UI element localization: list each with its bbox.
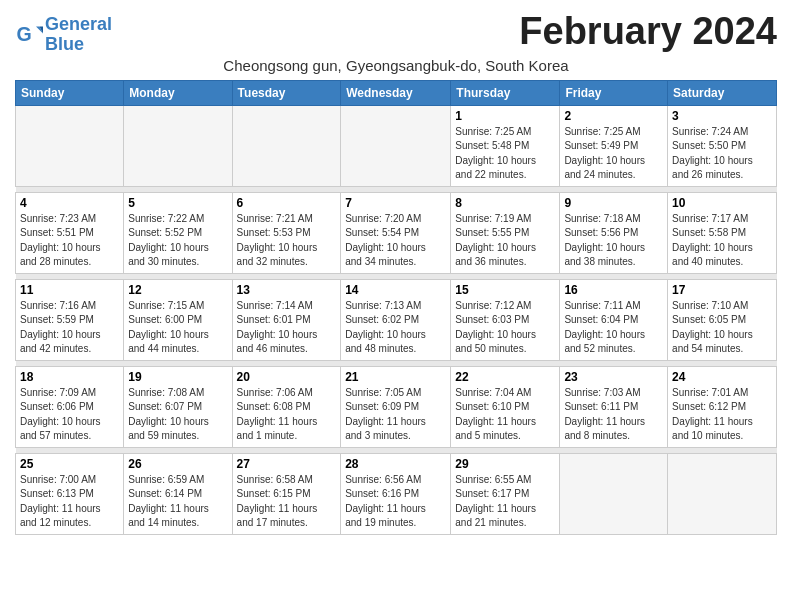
calendar-day-cell: 25Sunrise: 7:00 AM Sunset: 6:13 PM Dayli… <box>16 453 124 534</box>
day-info: Sunrise: 7:24 AM Sunset: 5:50 PM Dayligh… <box>672 125 772 183</box>
calendar-week-row: 11Sunrise: 7:16 AM Sunset: 5:59 PM Dayli… <box>16 279 777 360</box>
calendar-day-cell: 13Sunrise: 7:14 AM Sunset: 6:01 PM Dayli… <box>232 279 341 360</box>
day-info: Sunrise: 7:06 AM Sunset: 6:08 PM Dayligh… <box>237 386 337 444</box>
weekday-header-cell: Saturday <box>668 80 777 105</box>
day-number: 6 <box>237 196 337 210</box>
calendar-day-cell: 21Sunrise: 7:05 AM Sunset: 6:09 PM Dayli… <box>341 366 451 447</box>
day-info: Sunrise: 7:12 AM Sunset: 6:03 PM Dayligh… <box>455 299 555 357</box>
day-info: Sunrise: 7:16 AM Sunset: 5:59 PM Dayligh… <box>20 299 119 357</box>
day-number: 28 <box>345 457 446 471</box>
calendar-day-cell: 9Sunrise: 7:18 AM Sunset: 5:56 PM Daylig… <box>560 192 668 273</box>
calendar-table: SundayMondayTuesdayWednesdayThursdayFrid… <box>15 80 777 535</box>
calendar-day-cell: 26Sunrise: 6:59 AM Sunset: 6:14 PM Dayli… <box>124 453 232 534</box>
day-info: Sunrise: 7:25 AM Sunset: 5:48 PM Dayligh… <box>455 125 555 183</box>
day-info: Sunrise: 6:56 AM Sunset: 6:16 PM Dayligh… <box>345 473 446 531</box>
calendar-day-cell <box>668 453 777 534</box>
month-year-title: February 2024 <box>519 10 777 53</box>
calendar-day-cell <box>232 105 341 186</box>
calendar-day-cell: 15Sunrise: 7:12 AM Sunset: 6:03 PM Dayli… <box>451 279 560 360</box>
calendar-day-cell: 7Sunrise: 7:20 AM Sunset: 5:54 PM Daylig… <box>341 192 451 273</box>
day-number: 25 <box>20 457 119 471</box>
day-info: Sunrise: 7:20 AM Sunset: 5:54 PM Dayligh… <box>345 212 446 270</box>
weekday-header-cell: Monday <box>124 80 232 105</box>
day-info: Sunrise: 7:25 AM Sunset: 5:49 PM Dayligh… <box>564 125 663 183</box>
calendar-day-cell <box>341 105 451 186</box>
day-info: Sunrise: 7:23 AM Sunset: 5:51 PM Dayligh… <box>20 212 119 270</box>
calendar-day-cell: 14Sunrise: 7:13 AM Sunset: 6:02 PM Dayli… <box>341 279 451 360</box>
calendar-day-cell <box>16 105 124 186</box>
day-number: 2 <box>564 109 663 123</box>
weekday-header-cell: Wednesday <box>341 80 451 105</box>
calendar-day-cell: 18Sunrise: 7:09 AM Sunset: 6:06 PM Dayli… <box>16 366 124 447</box>
day-number: 7 <box>345 196 446 210</box>
day-info: Sunrise: 7:08 AM Sunset: 6:07 PM Dayligh… <box>128 386 227 444</box>
day-info: Sunrise: 7:05 AM Sunset: 6:09 PM Dayligh… <box>345 386 446 444</box>
calendar-day-cell: 22Sunrise: 7:04 AM Sunset: 6:10 PM Dayli… <box>451 366 560 447</box>
calendar-day-cell: 6Sunrise: 7:21 AM Sunset: 5:53 PM Daylig… <box>232 192 341 273</box>
calendar-week-row: 18Sunrise: 7:09 AM Sunset: 6:06 PM Dayli… <box>16 366 777 447</box>
calendar-body: 1Sunrise: 7:25 AM Sunset: 5:48 PM Daylig… <box>16 105 777 534</box>
day-number: 15 <box>455 283 555 297</box>
day-number: 23 <box>564 370 663 384</box>
day-number: 1 <box>455 109 555 123</box>
day-info: Sunrise: 7:04 AM Sunset: 6:10 PM Dayligh… <box>455 386 555 444</box>
day-number: 17 <box>672 283 772 297</box>
day-number: 24 <box>672 370 772 384</box>
day-number: 4 <box>20 196 119 210</box>
day-number: 8 <box>455 196 555 210</box>
calendar-day-cell: 29Sunrise: 6:55 AM Sunset: 6:17 PM Dayli… <box>451 453 560 534</box>
day-number: 18 <box>20 370 119 384</box>
calendar-day-cell: 10Sunrise: 7:17 AM Sunset: 5:58 PM Dayli… <box>668 192 777 273</box>
day-number: 29 <box>455 457 555 471</box>
weekday-header-cell: Tuesday <box>232 80 341 105</box>
day-number: 10 <box>672 196 772 210</box>
day-info: Sunrise: 7:22 AM Sunset: 5:52 PM Dayligh… <box>128 212 227 270</box>
calendar-day-cell: 19Sunrise: 7:08 AM Sunset: 6:07 PM Dayli… <box>124 366 232 447</box>
calendar-day-cell: 12Sunrise: 7:15 AM Sunset: 6:00 PM Dayli… <box>124 279 232 360</box>
calendar-day-cell: 3Sunrise: 7:24 AM Sunset: 5:50 PM Daylig… <box>668 105 777 186</box>
calendar-week-row: 4Sunrise: 7:23 AM Sunset: 5:51 PM Daylig… <box>16 192 777 273</box>
calendar-day-cell: 17Sunrise: 7:10 AM Sunset: 6:05 PM Dayli… <box>668 279 777 360</box>
calendar-day-cell: 20Sunrise: 7:06 AM Sunset: 6:08 PM Dayli… <box>232 366 341 447</box>
calendar-day-cell: 5Sunrise: 7:22 AM Sunset: 5:52 PM Daylig… <box>124 192 232 273</box>
day-info: Sunrise: 7:00 AM Sunset: 6:13 PM Dayligh… <box>20 473 119 531</box>
day-info: Sunrise: 7:21 AM Sunset: 5:53 PM Dayligh… <box>237 212 337 270</box>
calendar-day-cell: 24Sunrise: 7:01 AM Sunset: 6:12 PM Dayli… <box>668 366 777 447</box>
weekday-header-cell: Friday <box>560 80 668 105</box>
svg-text:G: G <box>16 22 31 44</box>
day-number: 3 <box>672 109 772 123</box>
weekday-header-row: SundayMondayTuesdayWednesdayThursdayFrid… <box>16 80 777 105</box>
day-number: 27 <box>237 457 337 471</box>
day-number: 9 <box>564 196 663 210</box>
calendar-day-cell: 2Sunrise: 7:25 AM Sunset: 5:49 PM Daylig… <box>560 105 668 186</box>
calendar-day-cell: 28Sunrise: 6:56 AM Sunset: 6:16 PM Dayli… <box>341 453 451 534</box>
day-number: 22 <box>455 370 555 384</box>
logo: G General Blue <box>15 15 112 55</box>
weekday-header-cell: Thursday <box>451 80 560 105</box>
day-info: Sunrise: 7:03 AM Sunset: 6:11 PM Dayligh… <box>564 386 663 444</box>
day-info: Sunrise: 7:15 AM Sunset: 6:00 PM Dayligh… <box>128 299 227 357</box>
logo-general: General <box>45 14 112 34</box>
calendar-day-cell: 1Sunrise: 7:25 AM Sunset: 5:48 PM Daylig… <box>451 105 560 186</box>
day-number: 11 <box>20 283 119 297</box>
day-number: 16 <box>564 283 663 297</box>
weekday-header-cell: Sunday <box>16 80 124 105</box>
calendar-week-row: 1Sunrise: 7:25 AM Sunset: 5:48 PM Daylig… <box>16 105 777 186</box>
calendar-day-cell: 11Sunrise: 7:16 AM Sunset: 5:59 PM Dayli… <box>16 279 124 360</box>
day-info: Sunrise: 7:17 AM Sunset: 5:58 PM Dayligh… <box>672 212 772 270</box>
day-number: 12 <box>128 283 227 297</box>
logo-icon: G <box>15 21 43 49</box>
day-info: Sunrise: 7:01 AM Sunset: 6:12 PM Dayligh… <box>672 386 772 444</box>
day-number: 26 <box>128 457 227 471</box>
day-info: Sunrise: 7:09 AM Sunset: 6:06 PM Dayligh… <box>20 386 119 444</box>
header: G General Blue February 2024 <box>15 10 777 55</box>
day-info: Sunrise: 7:18 AM Sunset: 5:56 PM Dayligh… <box>564 212 663 270</box>
calendar-day-cell: 27Sunrise: 6:58 AM Sunset: 6:15 PM Dayli… <box>232 453 341 534</box>
calendar-day-cell <box>560 453 668 534</box>
day-info: Sunrise: 7:11 AM Sunset: 6:04 PM Dayligh… <box>564 299 663 357</box>
calendar-day-cell: 16Sunrise: 7:11 AM Sunset: 6:04 PM Dayli… <box>560 279 668 360</box>
logo-blue: Blue <box>45 34 84 54</box>
day-number: 20 <box>237 370 337 384</box>
day-info: Sunrise: 7:13 AM Sunset: 6:02 PM Dayligh… <box>345 299 446 357</box>
day-number: 5 <box>128 196 227 210</box>
